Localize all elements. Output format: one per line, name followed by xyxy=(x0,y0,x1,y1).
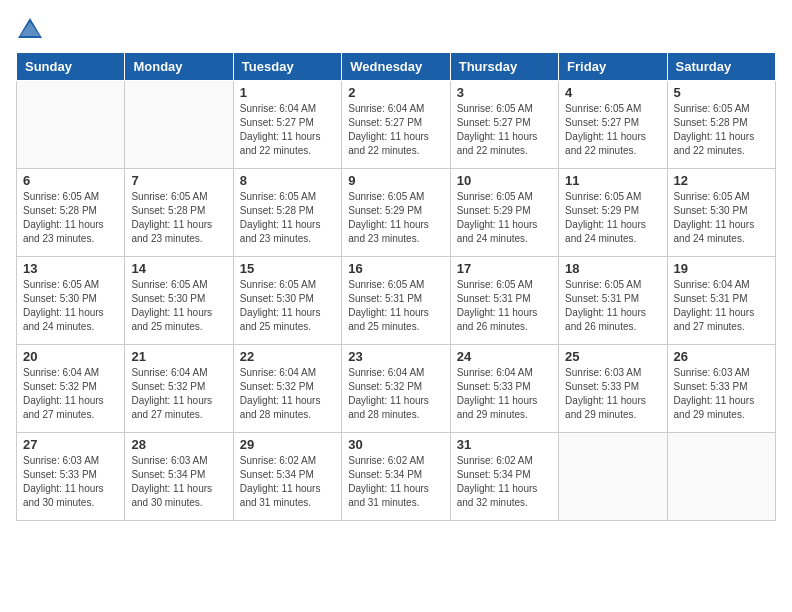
week-row-5: 27Sunrise: 6:03 AM Sunset: 5:33 PM Dayli… xyxy=(17,433,776,521)
day-number: 27 xyxy=(23,437,118,452)
calendar-cell: 23Sunrise: 6:04 AM Sunset: 5:32 PM Dayli… xyxy=(342,345,450,433)
day-info: Sunrise: 6:05 AM Sunset: 5:29 PM Dayligh… xyxy=(348,190,443,246)
calendar-cell: 10Sunrise: 6:05 AM Sunset: 5:29 PM Dayli… xyxy=(450,169,558,257)
weekday-header-saturday: Saturday xyxy=(667,53,775,81)
svg-marker-1 xyxy=(20,22,40,36)
day-number: 30 xyxy=(348,437,443,452)
calendar-cell: 5Sunrise: 6:05 AM Sunset: 5:28 PM Daylig… xyxy=(667,81,775,169)
calendar-cell: 13Sunrise: 6:05 AM Sunset: 5:30 PM Dayli… xyxy=(17,257,125,345)
weekday-header-row: SundayMondayTuesdayWednesdayThursdayFrid… xyxy=(17,53,776,81)
calendar-body: 1Sunrise: 6:04 AM Sunset: 5:27 PM Daylig… xyxy=(17,81,776,521)
day-info: Sunrise: 6:03 AM Sunset: 5:33 PM Dayligh… xyxy=(23,454,118,510)
day-info: Sunrise: 6:05 AM Sunset: 5:29 PM Dayligh… xyxy=(457,190,552,246)
day-number: 21 xyxy=(131,349,226,364)
day-number: 31 xyxy=(457,437,552,452)
day-info: Sunrise: 6:05 AM Sunset: 5:31 PM Dayligh… xyxy=(348,278,443,334)
day-number: 25 xyxy=(565,349,660,364)
day-number: 17 xyxy=(457,261,552,276)
week-row-2: 6Sunrise: 6:05 AM Sunset: 5:28 PM Daylig… xyxy=(17,169,776,257)
calendar-cell: 14Sunrise: 6:05 AM Sunset: 5:30 PM Dayli… xyxy=(125,257,233,345)
calendar-cell: 24Sunrise: 6:04 AM Sunset: 5:33 PM Dayli… xyxy=(450,345,558,433)
calendar-cell: 2Sunrise: 6:04 AM Sunset: 5:27 PM Daylig… xyxy=(342,81,450,169)
calendar-cell: 3Sunrise: 6:05 AM Sunset: 5:27 PM Daylig… xyxy=(450,81,558,169)
day-info: Sunrise: 6:04 AM Sunset: 5:33 PM Dayligh… xyxy=(457,366,552,422)
week-row-4: 20Sunrise: 6:04 AM Sunset: 5:32 PM Dayli… xyxy=(17,345,776,433)
week-row-3: 13Sunrise: 6:05 AM Sunset: 5:30 PM Dayli… xyxy=(17,257,776,345)
day-number: 6 xyxy=(23,173,118,188)
logo xyxy=(16,16,48,44)
day-number: 10 xyxy=(457,173,552,188)
calendar-cell: 7Sunrise: 6:05 AM Sunset: 5:28 PM Daylig… xyxy=(125,169,233,257)
calendar-cell: 12Sunrise: 6:05 AM Sunset: 5:30 PM Dayli… xyxy=(667,169,775,257)
calendar-cell: 17Sunrise: 6:05 AM Sunset: 5:31 PM Dayli… xyxy=(450,257,558,345)
day-info: Sunrise: 6:04 AM Sunset: 5:32 PM Dayligh… xyxy=(23,366,118,422)
calendar-cell: 25Sunrise: 6:03 AM Sunset: 5:33 PM Dayli… xyxy=(559,345,667,433)
calendar-cell xyxy=(17,81,125,169)
day-number: 4 xyxy=(565,85,660,100)
weekday-header-sunday: Sunday xyxy=(17,53,125,81)
weekday-header-thursday: Thursday xyxy=(450,53,558,81)
day-info: Sunrise: 6:02 AM Sunset: 5:34 PM Dayligh… xyxy=(348,454,443,510)
calendar-cell xyxy=(667,433,775,521)
day-info: Sunrise: 6:05 AM Sunset: 5:28 PM Dayligh… xyxy=(240,190,335,246)
day-info: Sunrise: 6:02 AM Sunset: 5:34 PM Dayligh… xyxy=(457,454,552,510)
day-number: 11 xyxy=(565,173,660,188)
weekday-header-friday: Friday xyxy=(559,53,667,81)
day-number: 2 xyxy=(348,85,443,100)
day-number: 13 xyxy=(23,261,118,276)
day-info: Sunrise: 6:02 AM Sunset: 5:34 PM Dayligh… xyxy=(240,454,335,510)
day-info: Sunrise: 6:05 AM Sunset: 5:30 PM Dayligh… xyxy=(674,190,769,246)
day-number: 14 xyxy=(131,261,226,276)
calendar-cell: 15Sunrise: 6:05 AM Sunset: 5:30 PM Dayli… xyxy=(233,257,341,345)
day-info: Sunrise: 6:05 AM Sunset: 5:30 PM Dayligh… xyxy=(23,278,118,334)
calendar-table: SundayMondayTuesdayWednesdayThursdayFrid… xyxy=(16,52,776,521)
day-info: Sunrise: 6:03 AM Sunset: 5:33 PM Dayligh… xyxy=(565,366,660,422)
day-info: Sunrise: 6:04 AM Sunset: 5:32 PM Dayligh… xyxy=(240,366,335,422)
day-info: Sunrise: 6:05 AM Sunset: 5:30 PM Dayligh… xyxy=(240,278,335,334)
day-info: Sunrise: 6:04 AM Sunset: 5:32 PM Dayligh… xyxy=(131,366,226,422)
calendar-cell: 28Sunrise: 6:03 AM Sunset: 5:34 PM Dayli… xyxy=(125,433,233,521)
day-info: Sunrise: 6:05 AM Sunset: 5:31 PM Dayligh… xyxy=(457,278,552,334)
day-info: Sunrise: 6:04 AM Sunset: 5:32 PM Dayligh… xyxy=(348,366,443,422)
calendar-cell: 6Sunrise: 6:05 AM Sunset: 5:28 PM Daylig… xyxy=(17,169,125,257)
day-number: 3 xyxy=(457,85,552,100)
day-number: 20 xyxy=(23,349,118,364)
calendar-cell: 31Sunrise: 6:02 AM Sunset: 5:34 PM Dayli… xyxy=(450,433,558,521)
day-number: 1 xyxy=(240,85,335,100)
day-info: Sunrise: 6:04 AM Sunset: 5:31 PM Dayligh… xyxy=(674,278,769,334)
day-number: 19 xyxy=(674,261,769,276)
calendar-cell: 18Sunrise: 6:05 AM Sunset: 5:31 PM Dayli… xyxy=(559,257,667,345)
day-number: 22 xyxy=(240,349,335,364)
day-number: 15 xyxy=(240,261,335,276)
day-info: Sunrise: 6:05 AM Sunset: 5:31 PM Dayligh… xyxy=(565,278,660,334)
day-info: Sunrise: 6:04 AM Sunset: 5:27 PM Dayligh… xyxy=(348,102,443,158)
day-info: Sunrise: 6:05 AM Sunset: 5:30 PM Dayligh… xyxy=(131,278,226,334)
calendar-cell: 16Sunrise: 6:05 AM Sunset: 5:31 PM Dayli… xyxy=(342,257,450,345)
day-number: 18 xyxy=(565,261,660,276)
calendar-cell xyxy=(125,81,233,169)
day-number: 28 xyxy=(131,437,226,452)
day-number: 24 xyxy=(457,349,552,364)
day-number: 12 xyxy=(674,173,769,188)
day-number: 7 xyxy=(131,173,226,188)
day-number: 16 xyxy=(348,261,443,276)
day-number: 8 xyxy=(240,173,335,188)
calendar-cell: 21Sunrise: 6:04 AM Sunset: 5:32 PM Dayli… xyxy=(125,345,233,433)
calendar-cell: 30Sunrise: 6:02 AM Sunset: 5:34 PM Dayli… xyxy=(342,433,450,521)
calendar-cell: 8Sunrise: 6:05 AM Sunset: 5:28 PM Daylig… xyxy=(233,169,341,257)
day-info: Sunrise: 6:03 AM Sunset: 5:33 PM Dayligh… xyxy=(674,366,769,422)
day-info: Sunrise: 6:05 AM Sunset: 5:27 PM Dayligh… xyxy=(457,102,552,158)
day-info: Sunrise: 6:04 AM Sunset: 5:27 PM Dayligh… xyxy=(240,102,335,158)
day-info: Sunrise: 6:05 AM Sunset: 5:28 PM Dayligh… xyxy=(674,102,769,158)
day-number: 26 xyxy=(674,349,769,364)
weekday-header-wednesday: Wednesday xyxy=(342,53,450,81)
calendar-cell: 19Sunrise: 6:04 AM Sunset: 5:31 PM Dayli… xyxy=(667,257,775,345)
day-info: Sunrise: 6:03 AM Sunset: 5:34 PM Dayligh… xyxy=(131,454,226,510)
day-number: 5 xyxy=(674,85,769,100)
day-info: Sunrise: 6:05 AM Sunset: 5:28 PM Dayligh… xyxy=(23,190,118,246)
calendar-cell: 20Sunrise: 6:04 AM Sunset: 5:32 PM Dayli… xyxy=(17,345,125,433)
day-info: Sunrise: 6:05 AM Sunset: 5:28 PM Dayligh… xyxy=(131,190,226,246)
calendar-cell: 9Sunrise: 6:05 AM Sunset: 5:29 PM Daylig… xyxy=(342,169,450,257)
weekday-header-tuesday: Tuesday xyxy=(233,53,341,81)
weekday-header-monday: Monday xyxy=(125,53,233,81)
